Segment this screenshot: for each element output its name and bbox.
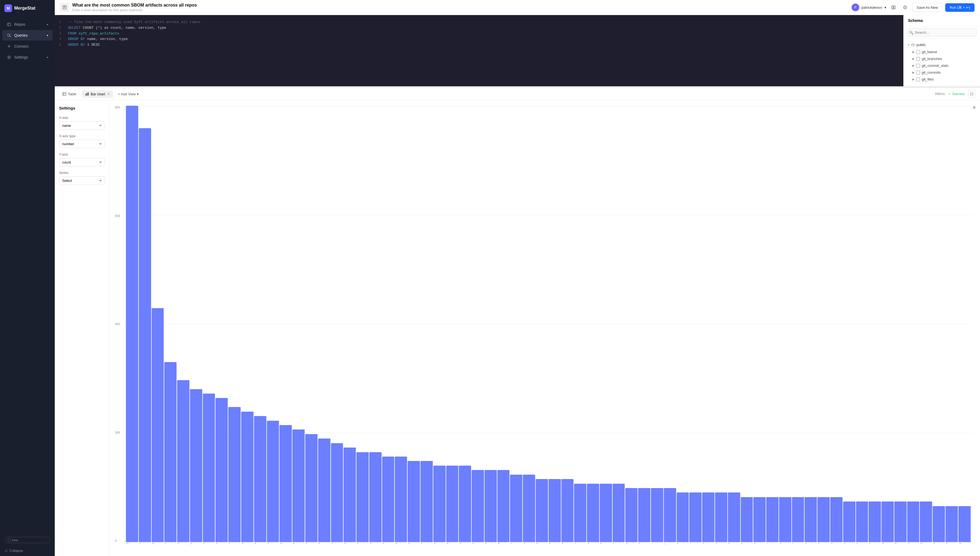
- bar-51[interactable]: [779, 497, 791, 542]
- bar-13[interactable]: [292, 430, 305, 542]
- bar-16[interactable]: [331, 443, 343, 542]
- sidebar-item-connect-label: Connect: [14, 44, 29, 48]
- bar-27[interactable]: [472, 470, 484, 542]
- x-axis-select[interactable]: name version type: [59, 121, 105, 130]
- schema-item-git-commits[interactable]: ▶ git_commits: [904, 69, 980, 76]
- bar-54[interactable]: [817, 497, 830, 542]
- run-button[interactable]: Run (⌘ + ↵): [945, 3, 975, 12]
- bar-9[interactable]: [241, 412, 253, 542]
- bar-50[interactable]: [766, 497, 779, 542]
- bar-44[interactable]: [689, 493, 701, 542]
- bar-21[interactable]: [395, 457, 407, 542]
- bar-8[interactable]: [228, 407, 241, 542]
- bar-22[interactable]: [408, 461, 420, 542]
- bar-20[interactable]: [382, 457, 395, 542]
- bar-41[interactable]: [651, 488, 663, 542]
- bar-15[interactable]: [318, 438, 330, 542]
- bar-28[interactable]: [485, 470, 497, 542]
- schema-item-git-blame[interactable]: ▶ git_blame: [904, 48, 980, 55]
- bar-26[interactable]: [459, 465, 471, 542]
- bar-29[interactable]: [497, 470, 510, 542]
- bar-42[interactable]: [664, 488, 676, 542]
- bar-32[interactable]: [536, 479, 548, 542]
- bar-0[interactable]: [126, 106, 138, 542]
- bar-46[interactable]: [715, 493, 727, 542]
- bar-6[interactable]: [203, 394, 215, 542]
- bar-58[interactable]: [869, 501, 881, 542]
- bar-33[interactable]: [549, 479, 561, 542]
- bar-57[interactable]: [856, 501, 868, 542]
- bar-12[interactable]: [279, 425, 292, 542]
- x-label-36: d: [587, 543, 597, 545]
- schema-item-git-branches[interactable]: ▶ git_branches: [904, 55, 980, 62]
- bar-2[interactable]: [152, 308, 164, 542]
- tab-bar-chart[interactable]: Bar chart ✕: [82, 91, 113, 98]
- bar-18[interactable]: [356, 452, 369, 542]
- bar-11[interactable]: [267, 421, 279, 542]
- user-menu[interactable]: P patrickdevivo ▾: [852, 3, 887, 11]
- bar-3[interactable]: [164, 362, 177, 542]
- schema-item-git-commit-stats[interactable]: ▶ git_commit_stats: [904, 62, 980, 69]
- bar-37[interactable]: [600, 484, 612, 542]
- bar-43[interactable]: [677, 493, 689, 542]
- bar-62[interactable]: [920, 501, 932, 542]
- bar-61[interactable]: [907, 501, 919, 542]
- x-axis-type-select[interactable]: number category time: [59, 140, 105, 148]
- sidebar-item-connect[interactable]: Connect: [2, 41, 53, 52]
- bar-48[interactable]: [741, 497, 753, 542]
- sidebar-logo: M MergeStat: [0, 0, 55, 16]
- bar-35[interactable]: [574, 484, 586, 542]
- tab-table[interactable]: Table: [59, 91, 80, 98]
- bar-65[interactable]: [958, 506, 971, 542]
- bar-47[interactable]: [728, 493, 740, 542]
- bar-56[interactable]: [843, 501, 856, 542]
- bar-14[interactable]: [305, 434, 318, 542]
- bar-23[interactable]: [421, 461, 433, 542]
- bar-63[interactable]: [933, 506, 945, 542]
- sidebar-item-queries[interactable]: Queries ▾: [2, 30, 53, 40]
- bar-60[interactable]: [894, 501, 907, 542]
- history-button[interactable]: [901, 3, 909, 12]
- bar-5[interactable]: [190, 389, 202, 542]
- bar-17[interactable]: [343, 448, 356, 542]
- bar-38[interactable]: [612, 484, 625, 542]
- bar-55[interactable]: [830, 497, 843, 542]
- sidebar-item-settings[interactable]: Settings ▾: [2, 52, 53, 63]
- bar-45[interactable]: [702, 493, 714, 542]
- schema-group-public-header[interactable]: ▾ public: [904, 41, 980, 48]
- tab-close-icon[interactable]: ✕: [107, 92, 110, 96]
- bar-53[interactable]: [804, 497, 817, 542]
- bar-52[interactable]: [792, 497, 804, 542]
- bar-59[interactable]: [882, 501, 894, 542]
- bar-64[interactable]: [946, 506, 958, 542]
- sql-editor[interactable]: 1 -- Find the most commonly used Syft ar…: [55, 15, 903, 86]
- expand-button[interactable]: [968, 90, 976, 98]
- bar-31[interactable]: [523, 475, 535, 542]
- bar-4[interactable]: [177, 380, 189, 542]
- y-axis-select[interactable]: count name version type: [59, 158, 105, 166]
- bar-49[interactable]: [753, 497, 766, 542]
- add-view-button[interactable]: + Add View ▾: [115, 91, 142, 98]
- layout-toggle-button[interactable]: [889, 3, 898, 12]
- schema-item-git-files[interactable]: ▶ git_files: [904, 76, 980, 83]
- collapse-button[interactable]: ◁ Collapse: [0, 545, 55, 556]
- x-label-34: b: [561, 543, 572, 545]
- bar-39[interactable]: [625, 488, 638, 542]
- bar-19[interactable]: [369, 452, 382, 542]
- bar-7[interactable]: [216, 398, 228, 542]
- bar-40[interactable]: [638, 488, 650, 542]
- bar-10[interactable]: [254, 416, 266, 542]
- bar-1[interactable]: [139, 128, 151, 542]
- series-field: Series Select: [59, 171, 105, 185]
- save-as-new-button[interactable]: Save As New: [912, 3, 943, 12]
- bar-25[interactable]: [446, 465, 459, 542]
- x-label-7: minimatch/go-homedir: [216, 543, 226, 545]
- bar-24[interactable]: [434, 465, 446, 542]
- sidebar-item-repos[interactable]: Repos ▾: [2, 19, 53, 29]
- series-select[interactable]: Select: [59, 176, 105, 185]
- schema-search-input[interactable]: [907, 29, 977, 36]
- bar-34[interactable]: [561, 479, 574, 542]
- beta-badge[interactable]: ◯ beta: [4, 537, 50, 543]
- bar-30[interactable]: [510, 475, 522, 542]
- bar-36[interactable]: [587, 484, 599, 542]
